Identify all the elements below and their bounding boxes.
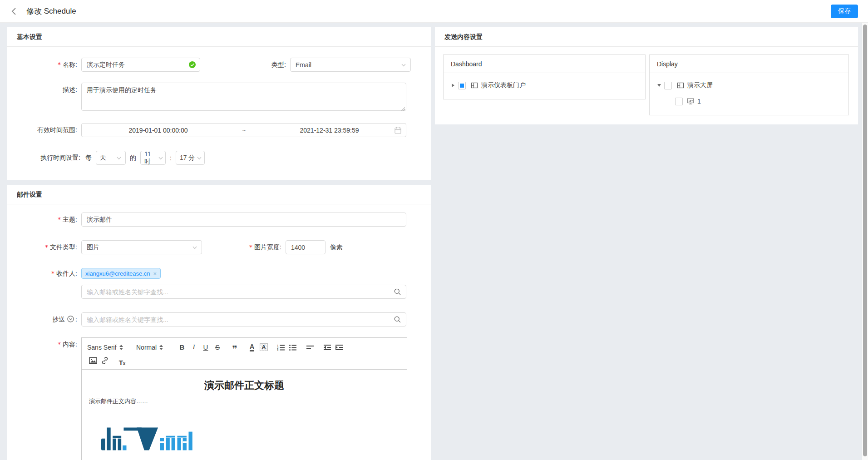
insert-image-button[interactable] [87, 355, 99, 366]
clear-format-sub: x [123, 361, 126, 366]
clear-format-letter: T [119, 359, 123, 366]
description-field-wrap: 用于演示使用的定时任务 [81, 83, 406, 112]
cc-search-input[interactable] [81, 312, 406, 326]
image-width-input[interactable] [286, 240, 326, 254]
collapse-caret[interactable] [654, 84, 664, 87]
mail-settings-card: 邮件设置 *主题: *文件类型: 图片 *图片宽度: 像素 [7, 185, 431, 460]
required-mark: * [45, 243, 48, 251]
hour-select[interactable]: 11 时 [140, 151, 166, 165]
chevron-down-icon [158, 155, 163, 161]
align-icon [306, 343, 314, 351]
vertical-scrollbar[interactable] [862, 23, 868, 460]
background-color-button[interactable]: A [258, 342, 270, 353]
dashboard-tree-item[interactable]: 演示仪表板门户 [448, 80, 640, 91]
tag-close-icon[interactable]: × [153, 270, 157, 277]
ordered-list-icon: 123 [277, 343, 285, 351]
resize-grip[interactable] [401, 107, 405, 111]
dashboard-checkbox-indeterminate[interactable] [458, 82, 466, 89]
underline-button[interactable]: U [200, 342, 212, 353]
range-start-value: 2019-01-01 00:00:00 [82, 127, 235, 134]
size-picker[interactable]: Normal [136, 344, 166, 351]
display-child-checkbox[interactable] [675, 98, 683, 105]
layout-icon [677, 82, 684, 89]
send-content-body: Dashboard 演示仪表板门户 Display [435, 47, 858, 124]
valid-range-row: 有效时间范围: 2019-01-01 00:00:00 ~ 2021-12-31… [7, 123, 414, 137]
name-field-wrap [81, 58, 200, 72]
recipients-field-stack: xiangxu6@creditease.cn × [81, 268, 407, 299]
chevron-left-icon [10, 7, 18, 15]
calendar-icon[interactable] [395, 127, 401, 134]
link-icon [101, 356, 109, 365]
search-icon[interactable] [394, 288, 401, 295]
chevron-down-icon [197, 155, 202, 161]
dashboard-item-label: 演示仪表板门户 [481, 81, 526, 89]
italic-button[interactable]: I [188, 342, 200, 353]
send-content-card: 发送内容设置 Dashboard 演示仪表板门户 Display [435, 27, 858, 124]
filetype-label: *文件类型: [7, 240, 81, 254]
picker-arrows-icon [159, 345, 163, 350]
scrollbar-thumb[interactable] [863, 25, 867, 456]
blockquote-button[interactable]: ❞ [229, 342, 241, 353]
display-item-label: 演示大屏 [687, 81, 713, 89]
description-textarea[interactable]: 用于演示使用的定时任务 [81, 83, 406, 111]
ordered-list-button[interactable]: 123 [275, 342, 287, 353]
align-button[interactable] [304, 342, 316, 353]
bullet-list-icon [289, 343, 297, 351]
clear-format-button[interactable]: Tx [116, 355, 128, 366]
page-title: 修改 Schedule [26, 6, 76, 16]
frequency-select[interactable]: 天 [96, 151, 126, 165]
bullet-list-button[interactable] [287, 342, 299, 353]
display-tree-child-item[interactable]: 1 [654, 96, 843, 107]
subject-label: *主题: [7, 213, 81, 227]
description-row: 描述: 用于演示使用的定时任务 [7, 83, 414, 112]
date-range-picker[interactable]: 2019-01-01 00:00:00 ~ 2021-12-31 23:59:5… [81, 123, 406, 137]
mail-settings-body: *主题: *文件类型: 图片 *图片宽度: 像素 *收件人: [7, 204, 431, 460]
save-button[interactable]: 保存 [831, 5, 858, 18]
filetype-select[interactable]: 图片 [81, 240, 202, 254]
name-input[interactable] [81, 58, 200, 72]
outdent-button[interactable] [321, 342, 333, 353]
indent-button[interactable] [333, 342, 345, 353]
type-select[interactable]: Email [290, 58, 411, 72]
chevron-down-icon [401, 62, 406, 68]
recipients-row: *收件人: xiangxu6@creditease.cn × [7, 268, 414, 299]
recipients-label: *收件人: [7, 268, 81, 279]
search-icon[interactable] [394, 316, 401, 323]
size-picker-value: Normal [136, 344, 157, 351]
right-column: 发送内容设置 Dashboard 演示仪表板门户 Display [435, 27, 858, 460]
strikethrough-button[interactable]: S [212, 342, 223, 353]
toolbar-row-2: Tx [87, 354, 402, 366]
bold-button[interactable]: B [176, 342, 188, 353]
minute-select[interactable]: 17 分 [176, 151, 205, 165]
required-mark: * [58, 341, 61, 348]
recipients-search-wrap [81, 285, 406, 299]
text-color-button[interactable]: A [246, 342, 258, 353]
editor-toolbar: Sans Serif Normal B I U S [82, 338, 407, 370]
expand-caret[interactable] [448, 84, 458, 87]
recipients-search-input[interactable] [81, 285, 406, 299]
caret-right-icon [452, 84, 454, 87]
insert-link-button[interactable] [99, 355, 111, 366]
editor-content-area[interactable]: 演示邮件正文标题 演示邮件正文内容…… [82, 370, 407, 460]
display-panel: Display 演示大屏 1 [649, 54, 849, 115]
name-type-row: *名称: 类型: Email [7, 58, 414, 72]
recipient-tag[interactable]: xiangxu6@creditease.cn × [81, 268, 161, 279]
type-select-value: Email [296, 61, 401, 69]
display-tree-item[interactable]: 演示大屏 [654, 80, 843, 91]
mail-body-text: 演示邮件正文内容…… [89, 397, 399, 406]
display-checkbox[interactable] [664, 82, 672, 89]
mail-settings-title: 邮件设置 [7, 185, 431, 204]
chevron-down-icon [116, 155, 122, 161]
text-color-letter: A [250, 343, 254, 351]
subject-input[interactable] [81, 213, 406, 227]
display-child-label: 1 [697, 98, 701, 105]
required-mark: * [58, 216, 61, 223]
type-label: 类型: [271, 58, 290, 72]
font-picker[interactable]: Sans Serif [87, 344, 126, 351]
every-text: 每 [85, 154, 92, 162]
down-circle-icon[interactable] [67, 316, 74, 322]
valid-range-label: 有效时间范围: [7, 123, 81, 137]
caret-down-icon [657, 84, 661, 87]
cc-search-wrap [81, 312, 406, 326]
back-button[interactable] [8, 5, 20, 17]
